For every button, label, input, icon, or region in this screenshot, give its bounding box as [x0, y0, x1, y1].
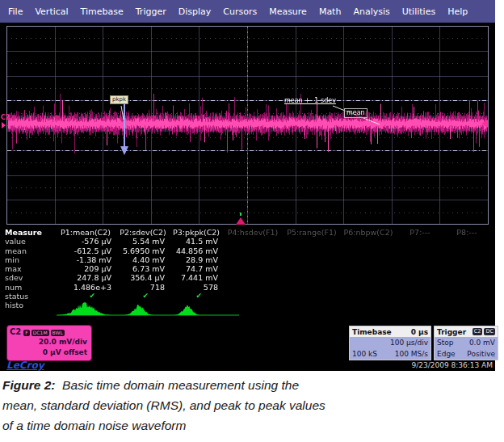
channel-offset: 0 µV offset: [10, 347, 89, 358]
trigger-box[interactable]: Trigger C2DC Stop 0.0 mV Edge Positive: [434, 326, 498, 360]
measure-cell: 6.73 mV: [116, 264, 170, 273]
measure-cell: [223, 255, 283, 264]
caption-line-1: Figure 2: Basic time domain measurement …: [2, 375, 500, 395]
measure-cell: [396, 292, 444, 301]
measure-row-label-max: max: [3, 264, 55, 273]
measure-cell: 44.856 mV: [170, 246, 223, 255]
noise-waveform-trace: [8, 93, 487, 158]
measure-cell: [341, 264, 396, 273]
measure-table-title: Measure: [3, 228, 55, 237]
measure-cell: 5.6950 mV: [116, 246, 170, 255]
measure-cell: [444, 283, 489, 292]
measure-row-label-histo: histo: [3, 301, 55, 309]
measure-cell: 1.486e+3: [55, 283, 116, 292]
measure-cell: [283, 283, 341, 292]
measure-cell: 4.40 mV: [116, 255, 170, 264]
measure-cell: [444, 301, 489, 309]
menu-item-timebase[interactable]: Timebase: [81, 6, 124, 17]
measure-row-label-mean: mean: [3, 246, 55, 255]
measure-cell: 41.5 mV: [170, 237, 223, 246]
channel-zero-marker: C2: [1, 114, 10, 121]
measure-column-header-p4[interactable]: P4:hsdev(F1): [223, 228, 283, 237]
menu-item-file[interactable]: File: [8, 6, 23, 17]
measure-cell: [396, 246, 444, 255]
caption-line-2: mean, standard deviation (RMS), and peak…: [2, 395, 500, 415]
measure-cell: 247.8 µV: [55, 273, 116, 282]
measure-column-header-p7[interactable]: P7:---: [396, 228, 444, 237]
menu-item-measure[interactable]: Measure: [269, 6, 307, 17]
channel-scale: 20.0 mV/div: [10, 337, 89, 347]
menu-item-trigger[interactable]: Trigger: [136, 6, 166, 17]
measure-column-header-p6[interactable]: P6:nbpw(C2): [341, 228, 396, 237]
measure-column-header-p8[interactable]: P8:---: [444, 228, 489, 237]
measure-cell: 7.441 mV: [170, 273, 223, 282]
measure-cell: -1.38 mV: [55, 255, 116, 264]
channel-coupling-badges: FDC1MBWL: [23, 328, 65, 336]
measure-cell: [444, 246, 489, 255]
measure-cell: [444, 292, 489, 301]
measure-cell: -612.5 µV: [55, 246, 116, 255]
measure-column-header-p1[interactable]: P1:mean(C2): [55, 228, 116, 237]
measure-cell: [341, 292, 396, 301]
figure-caption: Figure 2: Basic time domain measurement …: [2, 375, 500, 436]
channel-zero-arrow-icon: [2, 122, 6, 128]
measure-column-header-p3[interactable]: P3:pkpk(C2): [170, 228, 223, 237]
trigger-title: Trigger: [437, 328, 466, 336]
measure-cell: 718: [116, 283, 170, 292]
measure-cell: [396, 273, 444, 282]
measure-cell: [223, 273, 283, 282]
measure-cell: 209 µV: [55, 264, 116, 273]
figure-number: Figure 2:: [2, 378, 55, 392]
measure-cell: [396, 301, 444, 309]
lecroy-logo: LeCroy: [6, 360, 44, 371]
measure-cell: [223, 246, 283, 255]
mean-sdev-annotation: mean +- 1 sdev: [284, 97, 336, 104]
oscilloscope-screenshot: FileVerticalTimebaseTriggerDisplayCursor…: [0, 0, 495, 371]
measure-cell: [396, 237, 444, 246]
measure-column-header-p5[interactable]: P5:range(F1): [283, 228, 341, 237]
timebase-scale: 100 µs/div: [390, 337, 428, 348]
channel-descriptor-box[interactable]: C2 FDC1MBWL 20.0 mV/div 0 µV offset: [6, 325, 92, 361]
menu-item-cursors[interactable]: Cursors: [223, 6, 257, 17]
measure-cell: [223, 283, 283, 292]
trigger-mode: Stop: [437, 337, 453, 348]
histogram-mound: [124, 305, 153, 315]
menu-item-analysis[interactable]: Analysis: [353, 6, 389, 17]
histogram-mound: [174, 305, 201, 315]
measure-row-label-num: num: [3, 283, 55, 292]
waveform-display[interactable]: pkpk mean +- 1 sdev mean: [6, 26, 489, 225]
measure-cell: [341, 301, 396, 309]
menu-item-help[interactable]: Help: [447, 6, 468, 17]
measure-cell: 74.7 mV: [170, 264, 223, 273]
trigger-position-marker-icon: [236, 217, 246, 225]
menu-item-math[interactable]: Math: [319, 6, 342, 17]
measure-cell: -576 µV: [55, 237, 116, 246]
timebase-rate: 100 MS/s: [395, 348, 428, 360]
timebase-title: Timebase: [352, 328, 392, 336]
measure-cell: [444, 264, 489, 273]
measure-cell: [341, 237, 396, 246]
timebase-box[interactable]: Timebase 0 µs 100 µs/div 100 kS 100 MS/s: [349, 326, 431, 360]
menu-item-display[interactable]: Display: [178, 6, 212, 17]
mean-annotation: mean: [344, 108, 368, 118]
measure-cell: 28.9 mV: [170, 255, 223, 264]
measure-cell: [283, 246, 341, 255]
trigger-slope: Positive: [467, 348, 495, 360]
measure-cell: [444, 255, 489, 264]
measure-cell: [283, 237, 341, 246]
measure-cell: 5.54 mV: [116, 237, 170, 246]
menu-item-utilities[interactable]: Utilities: [402, 6, 435, 17]
measure-cell: [444, 237, 489, 246]
trigger-badge: C2: [472, 328, 483, 335]
measure-cell: [223, 264, 283, 273]
measure-column-header-p2[interactable]: P2:sdev(C2): [116, 228, 170, 237]
document-page: FileVerticalTimebaseTriggerDisplayCursor…: [0, 0, 504, 442]
menu-item-vertical[interactable]: Vertical: [35, 6, 68, 17]
measure-cell: [396, 264, 444, 273]
trigger-level: 0.0 mV: [469, 337, 495, 348]
datetime-display: 9/23/2009 8:36:13 AM: [347, 361, 493, 369]
coupling-badge: BWL: [51, 330, 65, 336]
measure-row-label-min: min: [3, 255, 55, 264]
measure-cell: [341, 283, 396, 292]
measure-cell: [283, 292, 341, 301]
